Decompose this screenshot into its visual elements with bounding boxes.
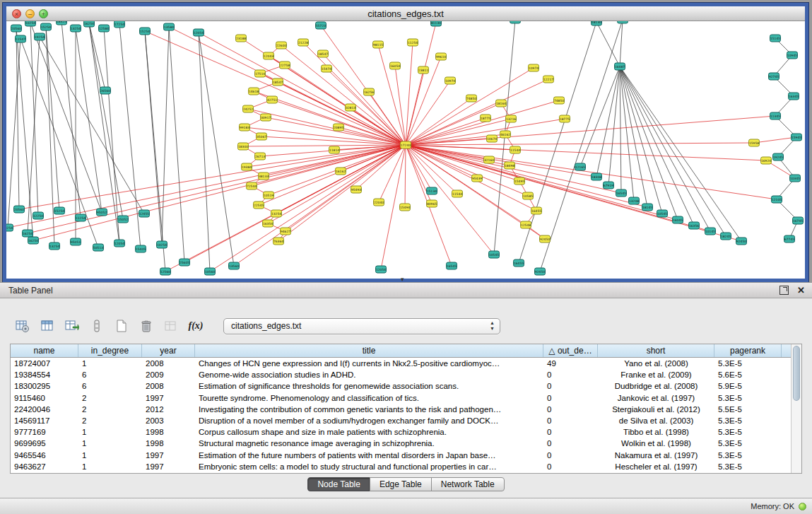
graph-node[interactable]: 23188 xyxy=(236,35,247,42)
graph-node[interactable]: 10974 xyxy=(529,64,539,71)
graph-node[interactable]: 19384 xyxy=(242,163,252,170)
graph-node[interactable]: 11544 xyxy=(452,190,463,197)
scrollbar-thumb[interactable] xyxy=(793,346,800,401)
graph-node[interactable]: 10674 xyxy=(487,135,498,142)
zoom-window-icon[interactable]: + xyxy=(39,9,48,18)
function-builder-icon[interactable]: f(x) xyxy=(187,317,204,334)
memory-status-indicator[interactable] xyxy=(799,503,806,510)
graph-node[interactable]: 10145 xyxy=(705,228,716,235)
close-window-icon[interactable]: × xyxy=(12,9,21,18)
graph-node[interactable]: 16054 xyxy=(390,62,401,69)
graph-node[interactable]: 15945 xyxy=(792,134,802,141)
graph-node[interactable]: 16162 xyxy=(336,168,346,175)
graph-node[interactable]: 10254 xyxy=(6,224,13,231)
graph-node[interactable]: 26560 xyxy=(100,87,111,94)
table-row[interactable]: 2242004622012Investigating the contribut… xyxy=(11,404,801,415)
graph-node[interactable]: 16254 xyxy=(23,230,33,237)
graph-node[interactable]: 92450 xyxy=(736,238,747,245)
graph-node[interactable]: 16256 xyxy=(364,88,375,95)
tab-node-table[interactable]: Node Table xyxy=(307,477,370,491)
graph-node[interactable]: 18325 xyxy=(57,21,67,25)
graph-node[interactable]: 11814 xyxy=(329,146,340,153)
graph-node[interactable]: 12105 xyxy=(772,196,782,203)
graph-node[interactable]: 11547 xyxy=(16,35,26,42)
graph-node[interactable]: 10519 xyxy=(264,192,274,199)
graph-node[interactable]: 16354 xyxy=(263,220,273,227)
graph-node[interactable]: 11254 xyxy=(408,39,418,46)
graph-node[interactable]: 13254 xyxy=(71,25,81,32)
tab-edge-table[interactable]: Edge Table xyxy=(370,477,432,491)
graph-node[interactable]: 15495 xyxy=(514,177,525,185)
graph-node[interactable]: 32160 xyxy=(484,156,495,163)
graph-node[interactable]: 18775 xyxy=(560,115,570,122)
graph-node[interactable]: 95493 xyxy=(351,186,362,193)
graph-node[interactable]: 12043 xyxy=(264,52,274,59)
graph-node[interactable]: 22600 xyxy=(276,42,287,49)
graph-node[interactable]: 32813 xyxy=(346,104,356,111)
column-header-pagerank[interactable]: pagerank xyxy=(714,344,782,357)
graph-node[interactable]: 26713 xyxy=(255,153,266,160)
table-row[interactable]: 946362711997Embryonic stem cells: a mode… xyxy=(11,461,801,472)
column-header-out_de[interactable]: △ out_de… xyxy=(543,344,598,357)
graph-node[interactable]: 20560 xyxy=(14,206,25,213)
graph-node[interactable]: 12584 xyxy=(99,25,110,32)
graph-node[interactable]: 12548 xyxy=(521,221,531,228)
graph-node[interactable]: 18164 xyxy=(496,100,507,107)
new-column-icon[interactable] xyxy=(113,317,130,334)
table-selector[interactable]: citations_edges.txt ▲▼ xyxy=(223,318,500,334)
row-height-icon[interactable] xyxy=(88,317,105,334)
graph-node[interactable]: 12560 xyxy=(160,268,171,275)
graph-node[interactable]: 16924 xyxy=(761,157,772,164)
graph-node[interactable]: 10974 xyxy=(445,77,456,84)
graph-node[interactable]: 15405 xyxy=(136,245,146,252)
graph-node[interactable]: 15958 xyxy=(749,139,760,146)
table-row[interactable]: 1872400712008Changes of HCN gene express… xyxy=(11,358,801,369)
graph-node[interactable]: 16487 xyxy=(615,63,625,70)
graph-node[interactable]: 11254 xyxy=(76,214,86,221)
graph-node[interactable]: 94627 xyxy=(281,228,291,235)
graph-node[interactable]: 12254 xyxy=(33,212,44,219)
graph-node[interactable]: 10945 xyxy=(787,52,798,59)
graph-node[interactable]: 76364 xyxy=(273,238,284,245)
table-row[interactable]: 946554611997Estimation of the future num… xyxy=(11,450,801,461)
graph-node[interactable]: 18130 xyxy=(592,21,602,25)
graph-node[interactable]: 13208 xyxy=(629,197,640,204)
graph-node[interactable]: 16545 xyxy=(447,262,457,269)
graph-node[interactable]: 19254 xyxy=(35,33,45,40)
window-titlebar[interactable]: × – + citations_edges.txt xyxy=(6,6,805,21)
graph-node[interactable]: 74850 xyxy=(466,95,477,102)
graph-node[interactable]: 10345 xyxy=(790,175,801,182)
graph-node[interactable]: 10585 xyxy=(523,192,534,199)
graph-node[interactable]: 42751 xyxy=(267,96,278,103)
graph-node[interactable]: 98115 xyxy=(373,41,384,48)
graph-node[interactable]: 24252 xyxy=(243,105,254,112)
graph-node[interactable]: 95439 xyxy=(472,175,483,182)
graph-node[interactable]: 38133 xyxy=(259,173,269,180)
graph-node[interactable]: 55723 xyxy=(316,22,326,29)
column-header-in_degree[interactable]: in_degree xyxy=(78,344,142,357)
minimize-window-icon[interactable]: – xyxy=(25,9,35,18)
graph-node[interactable]: 16455 xyxy=(514,259,524,267)
graph-node[interactable]: 67745 xyxy=(784,235,795,243)
graph-node[interactable]: 10560 xyxy=(205,268,216,275)
graph-node[interactable]: 16745 xyxy=(793,217,804,224)
graph-node[interactable]: 17254 xyxy=(114,21,125,28)
graph-node[interactable]: 95052 xyxy=(97,209,107,216)
graph-node[interactable]: 11544 xyxy=(510,146,521,153)
graph-node[interactable]: 92450 xyxy=(535,268,546,275)
graph-node[interactable]: 20560 xyxy=(11,25,22,32)
graph-node[interactable]: 16045 xyxy=(673,216,683,223)
graph-node[interactable]: 92450 xyxy=(540,235,551,243)
column-header-title[interactable]: title xyxy=(195,344,543,357)
column-header-short[interactable]: short xyxy=(598,344,714,357)
graph-node[interactable]: 20895 xyxy=(334,124,344,131)
graph-node[interactable]: 19245 xyxy=(773,153,784,160)
graph-node[interactable]: 15134 xyxy=(427,187,437,194)
graph-node[interactable]: 16254 xyxy=(84,21,95,27)
graph-node[interactable]: 50513 xyxy=(93,244,104,251)
graph-node[interactable]: 15254 xyxy=(140,28,151,35)
table-row[interactable]: 969969511998Structural magnetic resonanc… xyxy=(11,438,801,449)
graph-node[interactable]: 25605 xyxy=(180,259,190,266)
graph-node[interactable]: 16455 xyxy=(531,207,542,214)
graph-node[interactable]: 15254 xyxy=(41,23,52,30)
